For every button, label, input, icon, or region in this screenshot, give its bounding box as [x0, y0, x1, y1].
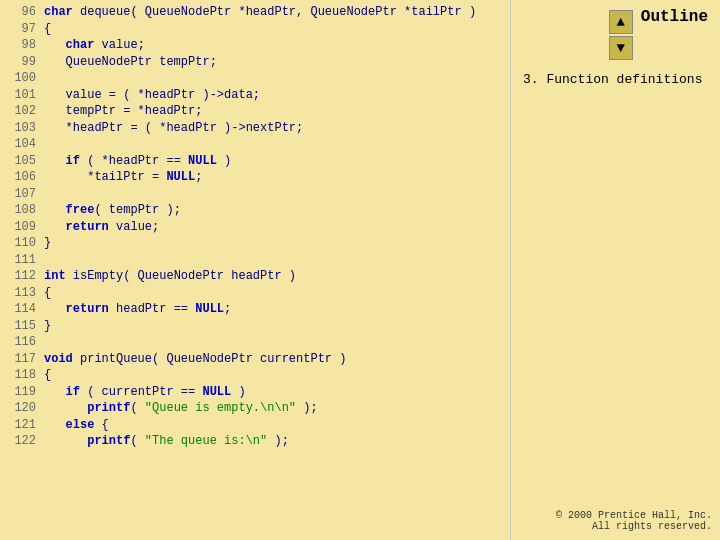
line-code: if ( *headPtr == NULL ): [44, 154, 231, 168]
line-number: 118: [4, 368, 36, 382]
table-row: 118{: [0, 367, 510, 384]
line-number: 113: [4, 286, 36, 300]
copyright-line1: © 2000 Prentice Hall, Inc.: [556, 510, 712, 521]
line-code: QueueNodePtr tempPtr;: [44, 55, 217, 69]
code-panel: 96char dequeue( QueueNodePtr *headPtr, Q…: [0, 0, 510, 540]
line-number: 121: [4, 418, 36, 432]
outline-down-button[interactable]: ▼: [609, 36, 633, 60]
table-row: 111: [0, 252, 510, 269]
line-code: {: [44, 368, 51, 382]
copyright-line2: All rights reserved.: [556, 521, 712, 532]
line-number: 105: [4, 154, 36, 168]
line-number: 112: [4, 269, 36, 283]
table-row: 112int isEmpty( QueueNodePtr headPtr ): [0, 268, 510, 285]
line-code: }: [44, 236, 51, 250]
line-code: char dequeue( QueueNodePtr *headPtr, Que…: [44, 5, 476, 19]
table-row: 117void printQueue( QueueNodePtr current…: [0, 351, 510, 368]
line-number: 106: [4, 170, 36, 184]
line-number: 115: [4, 319, 36, 333]
line-code: return value;: [44, 220, 159, 234]
line-number: 100: [4, 71, 36, 85]
table-row: 113{: [0, 285, 510, 302]
line-code: tempPtr = *headPtr;: [44, 104, 202, 118]
table-row: 110}: [0, 235, 510, 252]
table-row: 115}: [0, 318, 510, 335]
table-row: 122 printf( "The queue is:\n" );: [0, 433, 510, 450]
line-code: *tailPtr = NULL;: [44, 170, 202, 184]
line-code: printf( "Queue is empty.\n\n" );: [44, 401, 318, 415]
table-row: 103 *headPtr = ( *headPtr )->nextPtr;: [0, 120, 510, 137]
line-number: 111: [4, 253, 36, 267]
line-number: 98: [4, 38, 36, 52]
line-number: 120: [4, 401, 36, 415]
line-code: return headPtr == NULL;: [44, 302, 231, 316]
line-number: 110: [4, 236, 36, 250]
line-number: 122: [4, 434, 36, 448]
table-row: 98 char value;: [0, 37, 510, 54]
table-row: 102 tempPtr = *headPtr;: [0, 103, 510, 120]
table-row: 119 if ( currentPtr == NULL ): [0, 384, 510, 401]
line-code: value = ( *headPtr )->data;: [44, 88, 260, 102]
line-number: 103: [4, 121, 36, 135]
line-number: 116: [4, 335, 36, 349]
line-number: 104: [4, 137, 36, 151]
table-row: 116: [0, 334, 510, 351]
copyright: © 2000 Prentice Hall, Inc. All rights re…: [556, 510, 712, 532]
table-row: 121 else {: [0, 417, 510, 434]
line-number: 109: [4, 220, 36, 234]
table-row: 105 if ( *headPtr == NULL ): [0, 153, 510, 170]
outline-item: 3. Function definitions: [523, 72, 702, 87]
line-code: char value;: [44, 38, 145, 52]
line-code: *headPtr = ( *headPtr )->nextPtr;: [44, 121, 303, 135]
line-code: int isEmpty( QueueNodePtr headPtr ): [44, 269, 296, 283]
line-number: 102: [4, 104, 36, 118]
table-row: 109 return value;: [0, 219, 510, 236]
line-code: else {: [44, 418, 109, 432]
line-code: {: [44, 22, 51, 36]
outline-up-button[interactable]: ▲: [609, 10, 633, 34]
line-number: 99: [4, 55, 36, 69]
outline-panel: ▲ ▼ Outline 3. Function definitions © 20…: [510, 0, 720, 540]
line-number: 107: [4, 187, 36, 201]
table-row: 101 value = ( *headPtr )->data;: [0, 87, 510, 104]
line-number: 108: [4, 203, 36, 217]
line-code: free( tempPtr );: [44, 203, 181, 217]
table-row: 108 free( tempPtr );: [0, 202, 510, 219]
table-row: 114 return headPtr == NULL;: [0, 301, 510, 318]
table-row: 100: [0, 70, 510, 87]
line-code: }: [44, 319, 51, 333]
line-code: if ( currentPtr == NULL ): [44, 385, 246, 399]
line-number: 114: [4, 302, 36, 316]
line-number: 97: [4, 22, 36, 36]
line-number: 117: [4, 352, 36, 366]
line-number: 96: [4, 5, 36, 19]
table-row: 104: [0, 136, 510, 153]
table-row: 99 QueueNodePtr tempPtr;: [0, 54, 510, 71]
line-number: 119: [4, 385, 36, 399]
table-row: 106 *tailPtr = NULL;: [0, 169, 510, 186]
line-code: printf( "The queue is:\n" );: [44, 434, 289, 448]
line-code: {: [44, 286, 51, 300]
outline-title: Outline: [641, 8, 708, 26]
table-row: 120 printf( "Queue is empty.\n\n" );: [0, 400, 510, 417]
line-code: void printQueue( QueueNodePtr currentPtr…: [44, 352, 346, 366]
line-number: 101: [4, 88, 36, 102]
table-row: 107: [0, 186, 510, 203]
table-row: 96char dequeue( QueueNodePtr *headPtr, Q…: [0, 4, 510, 21]
table-row: 97{: [0, 21, 510, 38]
